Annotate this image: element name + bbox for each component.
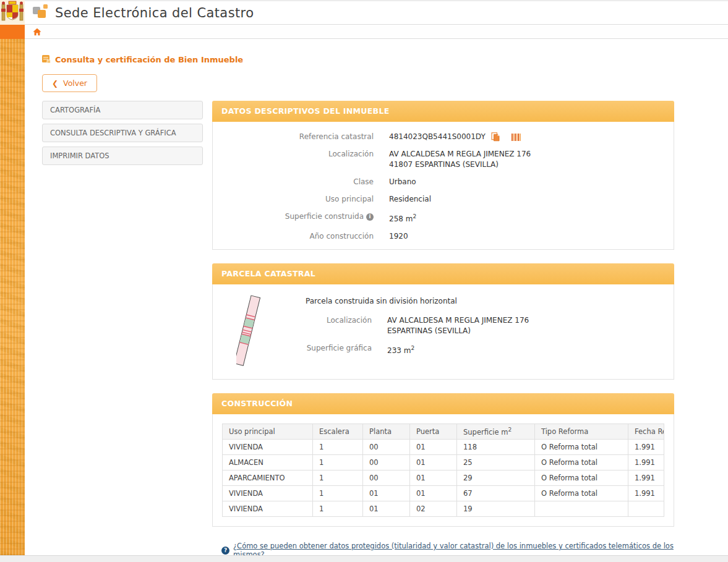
panel-datos-descriptivos: DATOS DESCRIPTIVOS DEL INMUEBLE Referenc… bbox=[212, 101, 674, 250]
cell-fecha: 1.991 bbox=[628, 486, 664, 501]
parcel-sketch bbox=[222, 292, 306, 369]
main-column: DATOS DESCRIPTIVOS DEL INMUEBLE Referenc… bbox=[212, 101, 674, 559]
cell-planta: 00 bbox=[363, 455, 410, 470]
page-root: Sede Electrónica del Catastro bbox=[0, 0, 728, 562]
panel-construccion: CONSTRUCCIÓN Uso principal Escalera Plan… bbox=[212, 393, 674, 527]
cell-superficie: 19 bbox=[457, 501, 535, 517]
page-title-text: Consulta y certificación de Bien Inmuebl… bbox=[55, 55, 243, 64]
table-row: VIVIENDA 1 01 02 19 bbox=[223, 501, 664, 517]
cell-uso: VIVIENDA bbox=[223, 486, 313, 501]
parcela-localizacion-line1: AV ALCALDESA M REGLA JIMENEZ 176 bbox=[387, 315, 529, 326]
panel-title: CONSTRUCCIÓN bbox=[221, 399, 293, 408]
cell-planta: 00 bbox=[363, 470, 410, 486]
panel-title: DATOS DESCRIPTIVOS DEL INMUEBLE bbox=[221, 106, 390, 116]
cell-planta: 01 bbox=[363, 501, 410, 517]
catastro-logo-icon bbox=[33, 4, 49, 22]
cell-uso: ALMACEN bbox=[223, 455, 313, 470]
footer-bar bbox=[0, 555, 728, 562]
col-puerta: Puerta bbox=[410, 424, 457, 440]
form-icon bbox=[42, 54, 51, 65]
cell-puerta: 01 bbox=[410, 486, 457, 501]
content-area: Consulta y certificación de Bien Inmuebl… bbox=[25, 39, 728, 559]
back-button[interactable]: ❮ Volver bbox=[42, 74, 97, 92]
cell-escalera: 1 bbox=[313, 486, 363, 501]
table-header-row: Uso principal Escalera Planta Puerta Sup… bbox=[223, 424, 664, 440]
info-icon[interactable]: i bbox=[366, 213, 374, 221]
sidebar-item-label: IMPRIMIR DATOS bbox=[50, 151, 109, 160]
city-texture-strip bbox=[0, 39, 25, 555]
field-localizacion: Localización AV ALCALDESA M REGLA JIMENE… bbox=[225, 149, 661, 170]
cell-fecha: 1.991 bbox=[628, 440, 664, 455]
site-header: Sede Electrónica del Catastro bbox=[0, 0, 728, 25]
referencia-catastral-value: 4814023QB5441S0001DY bbox=[389, 132, 486, 142]
cell-tipo: O Reforma total bbox=[535, 470, 628, 486]
uso-principal-value: Residencial bbox=[389, 194, 431, 205]
field-label: Uso principal bbox=[225, 194, 374, 205]
table-row: ALMACEN 1 00 01 25 O Reforma total 1.991 bbox=[223, 455, 664, 470]
sidebar-item-imprimir-datos[interactable]: IMPRIMIR DATOS bbox=[42, 147, 203, 165]
superficie-grafica-value: 233 m2 bbox=[387, 343, 414, 356]
cell-puerta: 02 bbox=[410, 501, 457, 517]
field-parcela-localizacion: Localización AV ALCALDESA M REGLA JIMENE… bbox=[306, 315, 661, 336]
panel-body: Referencia catastral 4814023QB5441S0001D… bbox=[212, 122, 674, 250]
cell-puerta: 01 bbox=[410, 455, 457, 470]
field-label: Localización bbox=[225, 149, 374, 170]
cell-escalera: 1 bbox=[313, 440, 363, 455]
cell-escalera: 1 bbox=[313, 455, 363, 470]
sidebar-item-label: CONSULTA DESCRIPTIVA Y GRÁFICA bbox=[50, 129, 176, 137]
parcel-info: Parcela construida sin división horizont… bbox=[306, 292, 661, 369]
panel-header: CONSTRUCCIÓN bbox=[212, 393, 674, 414]
cell-uso: VIVIENDA bbox=[223, 501, 313, 517]
header-bar: Sede Electrónica del Catastro bbox=[25, 0, 728, 25]
field-referencia-catastral: Referencia catastral 4814023QB5441S0001D… bbox=[225, 132, 661, 142]
table-row: APARCAMIENTO 1 00 01 29 O Reforma total … bbox=[223, 470, 664, 486]
field-uso-principal: Uso principal Residencial bbox=[225, 194, 661, 205]
superficie-construida-value: 258 m2 bbox=[389, 211, 416, 224]
col-superficie: Superficie m2 bbox=[457, 424, 535, 440]
cell-superficie: 25 bbox=[457, 455, 535, 470]
panel-body: Parcela construida sin división horizont… bbox=[212, 284, 674, 380]
field-label: Referencia catastral bbox=[225, 132, 374, 142]
panel-header: PARCELA CATASTRAL bbox=[212, 263, 674, 284]
sidebar-item-cartografia[interactable]: CARTOGRAFÍA bbox=[42, 101, 203, 119]
panel-body: Uso principal Escalera Planta Puerta Sup… bbox=[212, 414, 674, 527]
field-label: Superficie gráfica bbox=[306, 343, 372, 356]
cell-superficie: 67 bbox=[457, 486, 535, 501]
cell-fecha: 1.991 bbox=[628, 470, 664, 486]
columns-wrap: CARTOGRAFÍA CONSULTA DESCRIPTIVA Y GRÁFI… bbox=[42, 101, 728, 559]
cell-puerta: 01 bbox=[410, 470, 457, 486]
back-button-label: Volver bbox=[63, 79, 87, 88]
page-title: Consulta y certificación de Bien Inmuebl… bbox=[42, 54, 728, 65]
cell-puerta: 01 bbox=[410, 440, 457, 455]
table-row: VIVIENDA 1 01 01 67 O Reforma total 1.99… bbox=[223, 486, 664, 501]
field-label: Clase bbox=[225, 177, 374, 187]
anio-construccion-value: 1920 bbox=[389, 231, 408, 242]
barcode-icon[interactable] bbox=[512, 134, 521, 141]
cell-fecha: 1.991 bbox=[628, 455, 664, 470]
localizacion-line1: AV ALCALDESA M REGLA JIMENEZ 176 bbox=[389, 149, 531, 160]
field-superficie-grafica: Superficie gráfica 233 m2 bbox=[306, 343, 661, 356]
cell-tipo: O Reforma total bbox=[535, 486, 628, 501]
nav-orange-block bbox=[0, 25, 25, 39]
home-icon[interactable] bbox=[33, 28, 41, 36]
col-planta: Planta bbox=[363, 424, 410, 440]
panel-header: DATOS DESCRIPTIVOS DEL INMUEBLE bbox=[212, 101, 674, 122]
col-escalera: Escalera bbox=[313, 424, 363, 440]
parcela-localizacion-line2: ESPARTINAS (SEVILLA) bbox=[387, 326, 529, 336]
chevron-left-icon: ❮ bbox=[52, 79, 58, 88]
field-label: Superficie construidai bbox=[225, 211, 374, 224]
cell-tipo bbox=[535, 501, 628, 517]
cell-escalera: 1 bbox=[313, 470, 363, 486]
breadcrumb bbox=[25, 25, 728, 39]
cell-tipo: O Reforma total bbox=[535, 440, 628, 455]
cell-uso: VIVIENDA bbox=[223, 440, 313, 455]
field-label: Año construcción bbox=[225, 231, 374, 242]
cell-planta: 01 bbox=[363, 486, 410, 501]
sidebar-item-consulta-descriptiva[interactable]: CONSULTA DESCRIPTIVA Y GRÁFICA bbox=[42, 124, 203, 142]
copy-icon[interactable] bbox=[491, 132, 500, 142]
sidebar-item-label: CARTOGRAFÍA bbox=[50, 106, 100, 114]
clase-value: Urbano bbox=[389, 177, 416, 187]
cell-tipo: O Reforma total bbox=[535, 455, 628, 470]
help-icon[interactable]: ? bbox=[221, 547, 229, 555]
cell-fecha bbox=[628, 501, 664, 517]
